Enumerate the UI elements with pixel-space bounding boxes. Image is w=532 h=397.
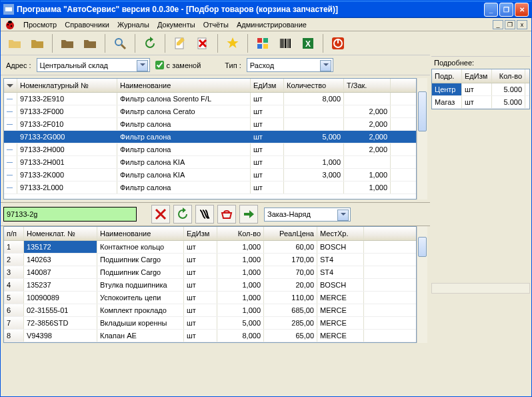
doc-edit-button[interactable]	[170, 33, 190, 53]
upper-scrollbar[interactable]	[417, 78, 427, 200]
svg-rect-14	[280, 39, 281, 48]
svg-rect-17	[285, 39, 286, 48]
row-indicator-icon: ▶	[7, 133, 11, 140]
search-row: Заказ-Наряд	[1, 202, 430, 226]
main-window: Программа "АвтоСервис" версия 0.0.30e - …	[0, 0, 532, 397]
row-indicator-icon: —	[7, 95, 13, 102]
power-button[interactable]	[328, 33, 348, 53]
upper-grid[interactable]: Номенклатурный № Наименование ЕдИзм Коли…	[3, 78, 417, 200]
svg-rect-1	[5, 7, 12, 11]
excel-button[interactable]: X	[298, 33, 318, 53]
refresh-button[interactable]	[140, 33, 160, 53]
toolbar: X	[1, 31, 430, 55]
app-icon	[3, 4, 14, 15]
window-title: Программа "АвтоСервис" версия 0.0.30e - …	[17, 5, 484, 14]
address-combo[interactable]: Центральный склад	[37, 58, 150, 72]
mdi-close-button[interactable]: x	[517, 20, 527, 29]
table-row[interactable]: — 97133-2K000 Фильтр салона KIA шт 3,000…	[4, 169, 416, 181]
barcode-button[interactable]	[275, 33, 295, 53]
details-title: Подробнее:	[431, 57, 530, 69]
table-row[interactable]: Центр шт 5.000	[432, 83, 529, 96]
menu-Отчёты[interactable]: Отчёты	[199, 19, 233, 30]
order-combo[interactable]: Заказ-Наряд	[264, 208, 351, 222]
upper-grid-header: Номенклатурный № Наименование ЕдИзм Коли…	[4, 79, 416, 93]
search-input[interactable]	[3, 207, 137, 222]
type-label: Тип :	[225, 61, 241, 69]
details-hscrollbar[interactable]	[431, 283, 530, 294]
table-row[interactable]: 6 02-31555-01 Комплект прокладо шт 1,000…	[4, 304, 416, 317]
lower-grid[interactable]: п/п Номенклат. № Наименование ЕдИзм Кол-…	[3, 226, 417, 343]
svg-rect-19	[288, 39, 289, 48]
delete-button[interactable]	[151, 205, 170, 224]
zebra-button[interactable]	[195, 205, 214, 224]
menu-Просмотр[interactable]: Просмотр	[19, 19, 61, 30]
cube-button[interactable]	[253, 33, 273, 53]
sort-icon	[7, 82, 13, 89]
svg-rect-13	[263, 44, 268, 49]
search-button[interactable]	[110, 33, 130, 53]
right-pane: Подробнее: Подр. ЕдИзм Кол-во Центр шт 5…	[430, 31, 531, 346]
menu-Справочники[interactable]: Справочники	[61, 19, 113, 30]
svg-text:X: X	[305, 39, 311, 49]
row-indicator-icon: —	[7, 171, 13, 178]
folder4-button[interactable]	[80, 33, 100, 53]
refresh2-button[interactable]	[173, 205, 192, 224]
row-indicator-icon: —	[7, 184, 13, 191]
table-row[interactable]: — 97133-2F010 Фильтр салона шт 2,000	[4, 118, 416, 131]
table-row[interactable]: Магаз шт 5.000	[432, 96, 529, 109]
table-row[interactable]: 8 V94398 Клапан AE шт 8,000 65,00 MERCE	[4, 330, 416, 342]
table-row[interactable]: — 97133-2L000 Фильтр салона шт 1,000	[4, 181, 416, 194]
svg-rect-10	[257, 38, 262, 43]
ladybug-icon	[5, 19, 15, 30]
table-row[interactable]: 2 140263 Подшипник Cargo шт 1,000 170,00…	[4, 254, 416, 266]
menu-Документы[interactable]: Документы	[153, 19, 199, 30]
svg-point-5	[8, 21, 12, 23]
forward-button[interactable]	[239, 205, 258, 224]
menubar: ПросмотрСправочникиЖурналыДокументыОтчёт…	[1, 18, 531, 31]
address-label: Адрес :	[6, 61, 31, 69]
svg-rect-20	[289, 39, 291, 48]
menu-Журналы[interactable]: Журналы	[113, 19, 153, 30]
favorite-button[interactable]	[223, 33, 243, 53]
lower-grid-header: п/п Номенклат. № Наименование ЕдИзм Кол-…	[4, 227, 416, 241]
basket-button[interactable]	[217, 205, 236, 224]
open-button[interactable]	[5, 33, 25, 53]
mdi-restore-button[interactable]: ❐	[505, 20, 515, 29]
svg-rect-11	[263, 38, 268, 43]
table-row[interactable]: 3 140087 Подшипник Cargo шт 1,000 70,00 …	[4, 266, 416, 279]
svg-point-6	[115, 39, 122, 45]
svg-rect-18	[287, 39, 287, 48]
doc-delete-button[interactable]	[193, 33, 213, 53]
table-row[interactable]: ▶ 97133-2G000 Фильтр салона шт 5,000 2,0…	[4, 131, 416, 143]
svg-rect-15	[281, 39, 283, 48]
table-row[interactable]: — 97133-2F000 Фильтр салона Cerato шт 2,…	[4, 105, 416, 118]
row-indicator-icon: —	[7, 108, 13, 115]
svg-point-4	[11, 25, 12, 26]
folder-button[interactable]	[27, 33, 47, 53]
titlebar[interactable]: Программа "АвтоСервис" версия 0.0.30e - …	[1, 1, 531, 18]
replace-checkbox[interactable]: с заменой	[155, 61, 201, 69]
row-indicator-icon: —	[7, 146, 13, 153]
maximize-button[interactable]: ❐	[499, 3, 513, 17]
table-row[interactable]: 5 10090089 Успокоитель цепи шт 1,000 110…	[4, 292, 416, 304]
table-row[interactable]: 1 135172 Контактное кольцо шт 1,000 60,0…	[4, 241, 416, 254]
table-row[interactable]: — 97133-2E910 Фильтр салона Sorento F/L …	[4, 93, 416, 105]
table-row[interactable]: 4 135237 Втулка подшипника шт 1,000 20,0…	[4, 279, 416, 292]
lower-scrollbar[interactable]	[417, 226, 427, 343]
table-row[interactable]: — 97133-2H000 Фильтр салона шт 2,000	[4, 143, 416, 156]
type-combo[interactable]: Расход	[247, 58, 333, 72]
table-row[interactable]: — 97133-2H001 Фильтр салона KIA шт 1,000	[4, 156, 416, 169]
address-row: Адрес : Центральный склад с заменой Тип …	[1, 55, 430, 75]
details-grid[interactable]: Подр. ЕдИзм Кол-во Центр шт 5.000Магаз ш…	[431, 69, 530, 109]
folder3-button[interactable]	[57, 33, 77, 53]
svg-point-3	[7, 23, 9, 25]
row-indicator-icon: —	[7, 159, 13, 165]
svg-line-7	[121, 45, 125, 49]
minimize-button[interactable]: _	[484, 3, 498, 17]
close-button[interactable]: ✕	[515, 3, 529, 17]
row-indicator-icon: —	[7, 121, 13, 127]
mdi-minimize-button[interactable]: _	[493, 20, 503, 29]
table-row[interactable]: 7 72-3856STD Вкладыши коренны шт 5,000 2…	[4, 317, 416, 330]
svg-rect-12	[257, 44, 262, 49]
menu-Администрирование[interactable]: Администрирование	[233, 19, 311, 30]
